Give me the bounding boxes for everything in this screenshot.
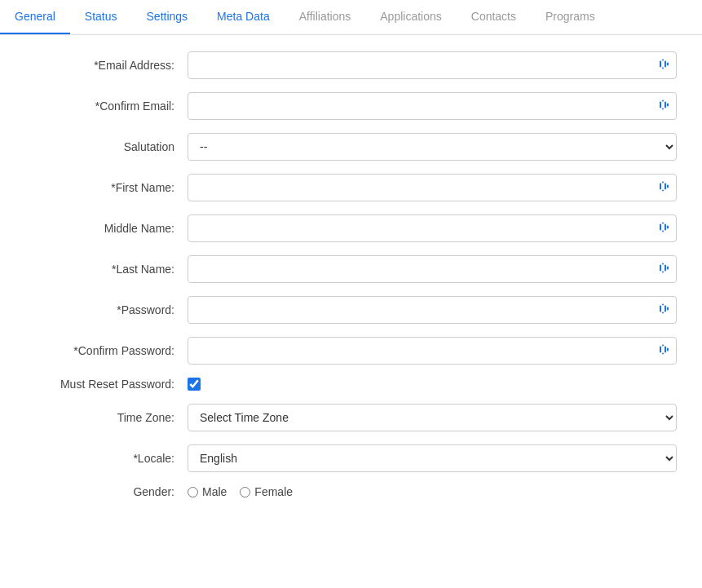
confirm-email-label: *Confirm Email: xyxy=(24,99,188,113)
email-row: *Email Address: xyxy=(24,51,677,79)
locale-select[interactable]: English Spanish French German xyxy=(188,444,677,472)
tab-general[interactable]: General xyxy=(0,0,70,34)
tab-status[interactable]: Status xyxy=(70,0,132,34)
last-name-row: *Last Name: xyxy=(24,255,677,283)
locale-select-wrap: English Spanish French German xyxy=(188,444,677,472)
tab-affiliations[interactable]: Affiliations xyxy=(285,0,366,34)
email-input-wrap xyxy=(188,51,677,79)
middle-name-label: Middle Name: xyxy=(24,222,188,235)
tab-contacts[interactable]: Contacts xyxy=(457,0,531,34)
tab-programs[interactable]: Programs xyxy=(531,0,610,34)
password-label: *Password: xyxy=(24,303,188,316)
gender-female-radio[interactable] xyxy=(240,487,250,497)
last-name-input-wrap xyxy=(188,255,677,283)
timezone-select[interactable]: Select Time Zone UTC US/Eastern US/Centr… xyxy=(188,404,677,431)
salutation-label: Salutation xyxy=(24,140,188,153)
gender-male-option[interactable]: Male xyxy=(188,485,227,498)
middle-name-input[interactable] xyxy=(188,214,677,242)
first-name-label: *First Name: xyxy=(24,181,188,194)
middle-name-input-wrap xyxy=(188,214,677,242)
tab-settings[interactable]: Settings xyxy=(132,0,203,34)
confirm-password-input[interactable] xyxy=(188,337,677,365)
email-label: *Email Address: xyxy=(24,59,188,72)
must-reset-checkbox-wrap xyxy=(188,378,677,391)
gender-label: Gender: xyxy=(24,485,188,498)
locale-row: *Locale: English Spanish French German xyxy=(24,444,677,472)
form-container: *Email Address: *Confirm Email: Salutati… xyxy=(0,35,701,528)
gender-radio-wrap: Male Female xyxy=(188,485,677,498)
email-input[interactable] xyxy=(188,51,677,79)
must-reset-label: Must Reset Password: xyxy=(24,378,188,391)
must-reset-row: Must Reset Password: xyxy=(24,378,677,391)
gender-male-label: Male xyxy=(202,485,227,498)
gender-female-label: Female xyxy=(254,485,293,498)
first-name-input-wrap xyxy=(188,174,677,201)
last-name-label: *Last Name: xyxy=(24,263,188,276)
tab-meta-data[interactable]: Meta Data xyxy=(202,0,285,34)
gender-male-radio[interactable] xyxy=(188,487,198,497)
password-input[interactable] xyxy=(188,296,677,324)
timezone-row: Time Zone: Select Time Zone UTC US/Easte… xyxy=(24,404,677,431)
confirm-email-input-wrap xyxy=(188,92,677,120)
tab-bar: GeneralStatusSettingsMeta DataAffiliatio… xyxy=(0,0,702,35)
salutation-row: Salutation -- Mr. Mrs. Ms. Dr. Prof. xyxy=(24,133,677,161)
locale-label: *Locale: xyxy=(24,452,188,465)
salutation-select-wrap: -- Mr. Mrs. Ms. Dr. Prof. xyxy=(188,133,677,161)
first-name-row: *First Name: xyxy=(24,174,677,201)
middle-name-row: Middle Name: xyxy=(24,214,677,242)
timezone-select-wrap: Select Time Zone UTC US/Eastern US/Centr… xyxy=(188,404,677,431)
salutation-select[interactable]: -- Mr. Mrs. Ms. Dr. Prof. xyxy=(188,133,677,161)
first-name-input[interactable] xyxy=(188,174,677,201)
confirm-password-row: *Confirm Password: xyxy=(24,337,677,365)
gender-female-option[interactable]: Female xyxy=(240,485,293,498)
timezone-label: Time Zone: xyxy=(24,411,188,424)
confirm-password-input-wrap xyxy=(188,337,677,365)
confirm-password-label: *Confirm Password: xyxy=(24,344,188,357)
confirm-email-input[interactable] xyxy=(188,92,677,120)
must-reset-checkbox[interactable] xyxy=(188,378,201,391)
last-name-input[interactable] xyxy=(188,255,677,283)
password-row: *Password: xyxy=(24,296,677,324)
gender-row: Gender: Male Female xyxy=(24,485,677,498)
tab-applications[interactable]: Applications xyxy=(365,0,457,34)
confirm-email-row: *Confirm Email: xyxy=(24,92,677,120)
password-input-wrap xyxy=(188,296,677,324)
